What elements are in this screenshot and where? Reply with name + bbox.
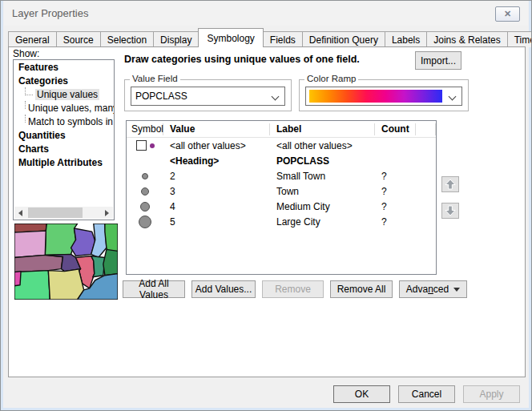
tree-item-unique-values[interactable]: Unique values (14, 87, 114, 101)
table-row[interactable]: <all other values> <all other values> (127, 138, 436, 153)
column-symbol: Symbol (127, 123, 163, 135)
tab-fields[interactable]: Fields (263, 31, 303, 47)
tab-selection[interactable]: Selection (100, 31, 154, 47)
tab-source[interactable]: Source (56, 31, 101, 47)
color-ramp-group: Color Ramp (299, 79, 469, 111)
table-row[interactable]: 4 Medium City ? (127, 199, 436, 214)
tab-general[interactable]: General (8, 31, 57, 47)
column-value: Value (163, 123, 270, 135)
move-up-button[interactable] (441, 176, 459, 192)
dropdown-caret-icon (453, 288, 460, 292)
tree-item-unique-values-many[interactable]: Unique values, many (14, 101, 114, 115)
color-ramp-preview (309, 90, 442, 103)
symbology-tab-page: Show: Features Categories Unique values … (8, 46, 526, 377)
tree-connector (25, 115, 26, 123)
tab-labels[interactable]: Labels (385, 31, 427, 47)
arrow-down-icon (445, 205, 456, 216)
table-row-heading[interactable]: <Heading> POPCLASS (127, 153, 436, 168)
unique-values-table: Symbol Value Label Count <all other valu… (126, 120, 437, 275)
tree-horizontal-scrollbar[interactable] (14, 207, 113, 219)
scroll-left-icon[interactable] (14, 207, 26, 219)
tab-symbology[interactable]: Symbology (198, 28, 263, 47)
value-actions: Add All Values Add Values... Remove Remo… (123, 280, 469, 298)
color-ramp-dropdown[interactable] (305, 87, 462, 106)
scroll-right-icon[interactable] (101, 207, 113, 219)
show-tree: Features Categories Unique values Unique… (13, 59, 115, 220)
scrollbar-thumb[interactable] (28, 208, 83, 218)
window-title: Layer Properties (12, 7, 88, 19)
tab-joins-relates[interactable]: Joins & Relates (426, 31, 507, 47)
tree-item-match-symbols[interactable]: Match to symbols in a (14, 115, 114, 128)
tab-time[interactable]: Time (507, 31, 532, 47)
tab-strip: General Source Selection Display Symbolo… (8, 30, 524, 47)
tree-item-quantities[interactable]: Quantities (14, 128, 114, 142)
tree-item-multiple-attributes[interactable]: Multiple Attributes (14, 155, 114, 169)
table-row[interactable]: 5 Large City ? (127, 214, 436, 229)
value-symbol[interactable] (139, 216, 151, 228)
tree-item-features[interactable]: Features (14, 60, 114, 74)
layer-properties-dialog: Layer Properties ✕ General Source Select… (0, 0, 532, 411)
remove-button[interactable]: Remove (262, 280, 324, 298)
color-ramp-label: Color Ramp (304, 74, 358, 83)
tree-connector (25, 101, 26, 109)
table-header: Symbol Value Label Count (127, 121, 436, 138)
advanced-button[interactable]: Advanced (399, 280, 467, 298)
method-heading: Draw categories using unique values of o… (124, 54, 360, 65)
all-other-values-symbol[interactable] (150, 143, 155, 148)
close-icon: ✕ (504, 10, 511, 18)
close-button[interactable]: ✕ (495, 6, 520, 22)
all-other-values-checkbox[interactable] (136, 140, 147, 151)
title-bar: Layer Properties ✕ (4, 1, 528, 26)
value-field-group: Value Field POPCLASS (124, 79, 292, 111)
cancel-button[interactable]: Cancel (398, 385, 455, 403)
apply-button[interactable]: Apply (463, 385, 520, 403)
value-symbol[interactable] (140, 202, 150, 212)
tab-display[interactable]: Display (153, 31, 199, 47)
column-label: Label (270, 123, 375, 135)
import-button[interactable]: Import... (415, 51, 461, 70)
tab-definition-query[interactable]: Definition Query (302, 31, 385, 47)
tree-connector (25, 87, 33, 95)
add-values-button[interactable]: Add Values... (191, 280, 256, 298)
show-label: Show: (13, 48, 39, 59)
arrow-up-icon (445, 179, 456, 190)
map-preview (14, 224, 118, 300)
chevron-down-icon (449, 93, 457, 101)
value-symbol[interactable] (142, 173, 148, 179)
value-symbol[interactable] (141, 187, 149, 195)
value-field-dropdown[interactable]: POPCLASS (131, 87, 285, 106)
column-count: Count (375, 123, 416, 135)
tree-item-charts[interactable]: Charts (14, 142, 114, 155)
table-row[interactable]: 2 Small Town ? (127, 168, 436, 183)
value-field-label: Value Field (130, 74, 180, 83)
chevron-down-icon (272, 93, 280, 101)
table-row[interactable]: 3 Town ? (127, 183, 436, 199)
add-all-values-button[interactable]: Add All Values (123, 280, 185, 298)
remove-all-button[interactable]: Remove All (330, 280, 393, 298)
ok-button[interactable]: OK (333, 385, 390, 403)
move-down-button[interactable] (441, 203, 459, 219)
tree-item-categories[interactable]: Categories (14, 74, 114, 87)
